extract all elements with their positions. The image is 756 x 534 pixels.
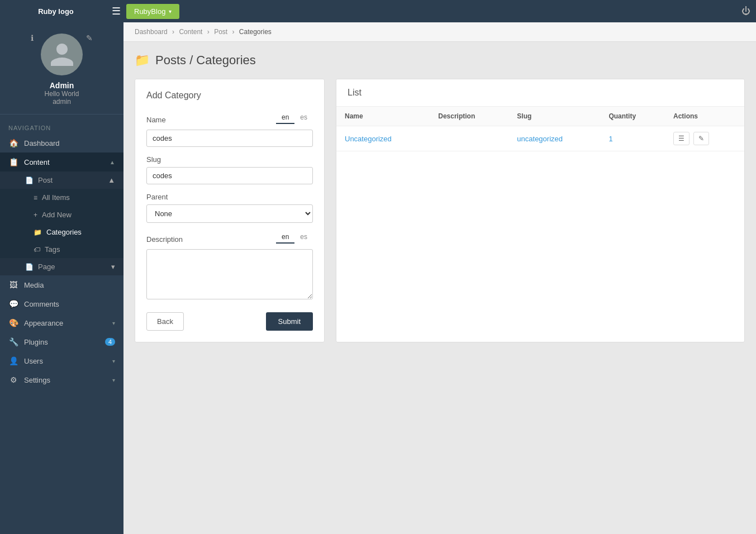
chevron-down-icon: ▾ [112, 320, 115, 326]
content-row: Add Category Name en es [135, 79, 745, 342]
table-row: Uncategorized uncategorized 1 ☰ ✎ [336, 126, 744, 151]
name-field-group: Name en es [146, 112, 313, 147]
page-icon: 📄 [25, 263, 34, 271]
post-icon: 📄 [25, 177, 34, 184]
user-avatar-wrap: ℹ ✎ [41, 34, 83, 75]
sidebar-item-content[interactable]: 📋 Content ▲ [0, 152, 123, 171]
table-body: Uncategorized uncategorized 1 ☰ ✎ [336, 126, 744, 151]
col-slug: Slug [508, 107, 600, 126]
sidebar-item-label: Add New [42, 211, 72, 219]
slug-input[interactable] [146, 167, 313, 184]
lang-tab-en[interactable]: en [276, 112, 294, 124]
desc-lang-tab-en[interactable]: en [276, 231, 294, 244]
tag-icon: 🏷 [34, 246, 40, 254]
parent-label: Parent [146, 193, 313, 201]
power-icon[interactable]: ⏻ [741, 6, 750, 16]
breadcrumb-sep: › [232, 28, 234, 36]
row-name-link[interactable]: Uncategorized [345, 135, 392, 143]
sidebar-item-users[interactable]: 👤 Users ▾ [0, 351, 123, 370]
sidebar-item-all-items[interactable]: ≡ All Items [0, 189, 123, 206]
name-lang-tabs: en es [276, 112, 313, 124]
sidebar-item-media[interactable]: 🖼 Media [0, 275, 123, 294]
breadcrumb-post[interactable]: Post [214, 28, 227, 36]
edit-button[interactable]: ✎ [693, 132, 709, 145]
sidebar-item-label: Users [24, 357, 107, 365]
col-actions: Actions [665, 107, 744, 126]
settings-icon: ⚙ [8, 375, 18, 384]
plugins-icon: 🔧 [8, 337, 18, 346]
chevron-down-icon: ▾ [112, 377, 115, 383]
breadcrumb: Dashboard › Content › Post › Categories [123, 22, 756, 42]
sidebar-item-label: Comments [24, 300, 115, 308]
description-field-group: Description en es [146, 231, 313, 301]
parent-field-group: Parent None [146, 193, 313, 223]
sidebar-item-add-new[interactable]: + Add New [0, 206, 123, 223]
parent-select[interactable]: None [146, 204, 313, 223]
main-content: Dashboard › Content › Post › Categories … [123, 22, 756, 534]
form-title: Add Category [146, 90, 313, 101]
description-lang-tabs: en es [276, 231, 313, 244]
category-table: Name Description Slug Quantity Actions U… [336, 107, 744, 151]
breadcrumb-content[interactable]: Content [179, 28, 202, 36]
user-site: Hello World [45, 90, 79, 98]
sidebar-item-categories[interactable]: 📁 Categories [0, 223, 123, 241]
back-button[interactable]: Back [146, 312, 184, 331]
plugins-badge: 4 [105, 338, 115, 346]
user-name: Admin [50, 81, 74, 90]
row-quantity: 1 [600, 126, 665, 151]
user-info-icon[interactable]: ℹ [31, 34, 34, 42]
row-slug-link[interactable]: uncategorized [517, 135, 563, 143]
avatar-icon [48, 41, 76, 69]
lang-tab-es[interactable]: es [294, 112, 313, 124]
sidebar-item-plugins[interactable]: 🔧 Plugins 4 [0, 332, 123, 351]
list-view-button[interactable]: ☰ [673, 132, 690, 145]
blog-menu-button[interactable]: RubyBlog ▾ [126, 4, 179, 19]
sidebar-item-label: All Items [42, 193, 70, 202]
sidebar-item-comments[interactable]: 💬 Comments [0, 294, 123, 313]
desc-lang-tab-es[interactable]: es [294, 231, 313, 244]
sidebar-item-dashboard[interactable]: 🏠 Dashboard [0, 134, 123, 152]
list-icon: ≡ [34, 194, 37, 202]
name-input[interactable] [146, 130, 313, 147]
sidebar-item-label: Categories [46, 228, 82, 236]
hamburger-icon[interactable]: ☰ [112, 5, 121, 17]
slug-label: Slug [146, 155, 313, 164]
sidebar-item-post[interactable]: 📄 Post ▲ [0, 171, 123, 189]
dashboard-icon: 🏠 [8, 139, 18, 147]
sidebar-item-settings[interactable]: ⚙ Settings ▾ [0, 370, 123, 389]
form-actions: Back Submit [146, 312, 313, 331]
page-title: Posts / Categories [155, 53, 256, 68]
post-submenu: 📄 Post ▲ ≡ All Items + Add New 📁 [0, 171, 123, 275]
description-label: Description [146, 235, 183, 244]
row-qty-link[interactable]: 1 [608, 135, 612, 143]
sidebar-item-tags[interactable]: 🏷 Tags [0, 241, 123, 258]
col-quantity: Quantity [600, 107, 665, 126]
description-textarea[interactable] [146, 249, 313, 299]
sidebar: ℹ ✎ Admin Hello World admin Navigation 🏠… [0, 22, 123, 534]
sidebar-item-label: Tags [45, 245, 60, 254]
row-name: Uncategorized [336, 126, 430, 151]
user-edit-icon[interactable]: ✎ [86, 34, 93, 42]
topbar: Ruby logo ☰ RubyBlog ▾ ⏻ [0, 0, 756, 22]
appearance-icon: 🎨 [8, 318, 18, 327]
row-description [430, 126, 508, 151]
folder-icon: 📁 [34, 228, 42, 236]
sidebar-item-label: Dashboard [24, 139, 115, 147]
sidebar-item-appearance[interactable]: 🎨 Appearance ▾ [0, 313, 123, 332]
navigation: Navigation 🏠 Dashboard 📋 Content ▲ 📄 Pos… [0, 115, 123, 395]
sidebar-item-label: Media [24, 281, 115, 289]
sidebar-item-page[interactable]: 📄 Page ▾ [0, 258, 123, 275]
add-icon: + [34, 211, 37, 219]
breadcrumb-dashboard[interactable]: Dashboard [135, 28, 168, 36]
submit-button[interactable]: Submit [266, 312, 313, 331]
sidebar-item-label: Settings [24, 376, 107, 384]
category-list-card: List Name Description Slug Quantity Acti… [336, 79, 745, 342]
sidebar-item-label: Content [24, 158, 104, 166]
breadcrumb-sep: › [172, 28, 174, 36]
blog-menu-label: RubyBlog [134, 7, 165, 16]
breadcrumb-sep: › [207, 28, 210, 36]
col-name: Name [336, 107, 430, 126]
sidebar-item-label: Page [38, 263, 55, 271]
sidebar-item-label: Plugins [24, 338, 99, 346]
row-actions: ☰ ✎ [665, 126, 744, 151]
